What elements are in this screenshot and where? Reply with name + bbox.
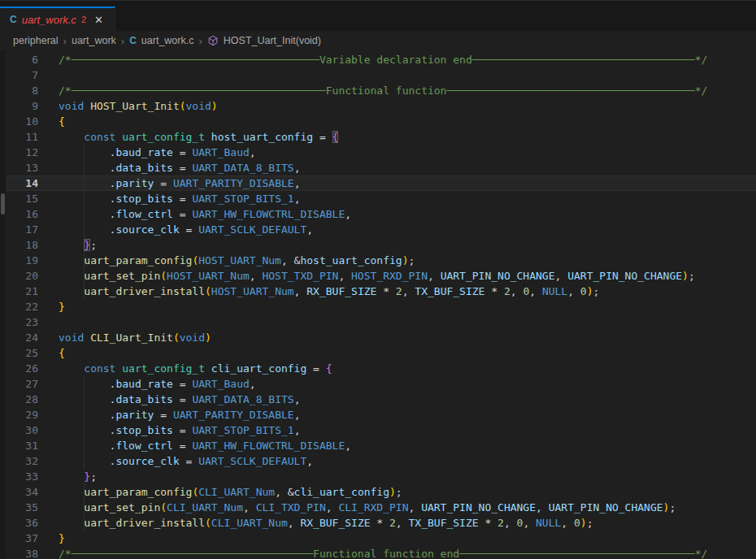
code-token: ,	[523, 517, 536, 529]
line-number[interactable]: 23	[0, 314, 38, 330]
line-number[interactable]: 7	[0, 67, 38, 83]
line-number[interactable]: 10	[0, 114, 38, 129]
line-number[interactable]: 29	[0, 407, 38, 422]
line-number[interactable]: 32	[0, 453, 38, 469]
code-line[interactable]: 20 uart_set_pin(HOST_UART_Num, HOST_TXD_…	[0, 268, 756, 284]
line-number[interactable]: 17	[0, 222, 38, 237]
code-line[interactable]: 11 const uart_config_t host_uart_config …	[0, 129, 756, 145]
code-token: baud_rate	[115, 378, 172, 390]
code-line[interactable]: 23	[0, 314, 756, 330]
code-line[interactable]: 21 uart_driver_install(HOST_UART_Num, RX…	[0, 284, 756, 299]
code-token	[59, 362, 84, 375]
line-number[interactable]: 18	[0, 237, 38, 253]
code-token: parity	[115, 177, 154, 189]
code-line[interactable]: 28 .data_bits = UART_DATA_8_BITS,	[0, 392, 756, 407]
code-line[interactable]: 32 .source_clk = UART_SCLK_DEFAULT,	[0, 453, 756, 469]
code-token: flow_ctrl	[115, 440, 172, 452]
line-number[interactable]: 35	[0, 500, 38, 515]
code-token: uart_set_pin	[84, 501, 160, 514]
code-text: .parity = UART_PARITY_DISABLE,	[59, 407, 756, 422]
indent-guide	[84, 206, 85, 223]
code-line[interactable]: 33 };	[0, 469, 756, 484]
line-number[interactable]: 36	[0, 515, 38, 531]
code-token: UART_Baud	[192, 146, 249, 158]
code-line[interactable]: 8/*─────────────────────────────────────…	[0, 83, 756, 98]
line-number[interactable]: 16	[0, 206, 38, 222]
code-text: .stop_bits = UART_STOP_BITS_1,	[59, 191, 756, 206]
code-text: const uart_config_t host_uart_config = {	[59, 129, 756, 145]
code-line[interactable]: 14 .parity = UART_PARITY_DISABLE,	[0, 176, 756, 191]
tab-uart-work[interactable]: C uart_work.c 2 ✕	[0, 6, 115, 31]
code-line[interactable]: 30 .stop_bits = UART_STOP_BITS_1,	[0, 422, 756, 438]
code-line[interactable]: 34 uart_param_config(CLI_UART_Num, &cli_…	[0, 484, 756, 500]
code-line[interactable]: 12 .baud_rate = UART_Baud,	[0, 145, 756, 160]
close-tab-icon[interactable]: ✕	[94, 14, 103, 26]
code-line[interactable]: 19 uart_param_config(HOST_UART_Num, &hos…	[0, 253, 756, 268]
line-number[interactable]: 12	[0, 145, 38, 160]
code-text: .flow_ctrl = UART_HW_FLOWCTRL_DISABLE,	[59, 206, 756, 222]
line-number[interactable]: 21	[0, 284, 38, 299]
code-line[interactable]: 31 .flow_ctrl = UART_HW_FLOWCTRL_DISABLE…	[0, 438, 756, 453]
line-number[interactable]: 27	[0, 376, 38, 392]
line-number[interactable]: 22	[0, 299, 38, 314]
code-line[interactable]: 22}	[0, 299, 756, 314]
line-number[interactable]: 20	[0, 268, 38, 284]
code-line[interactable]: 15 .stop_bits = UART_STOP_BITS_1,	[0, 191, 756, 206]
code-line[interactable]: 16 .flow_ctrl = UART_HW_FLOWCTRL_DISABLE…	[0, 206, 756, 222]
code-token: const	[84, 362, 115, 375]
breadcrumb-item-file[interactable]: uart_work.c	[141, 35, 194, 46]
code-line[interactable]: 25{	[0, 345, 756, 361]
code-token: .	[59, 378, 115, 390]
code-line[interactable]: 24void CLI_Uart_Init(void)	[0, 330, 756, 345]
line-number[interactable]: 25	[0, 345, 38, 361]
line-number[interactable]: 28	[0, 392, 38, 407]
line-number[interactable]: 38	[0, 546, 38, 559]
line-number[interactable]: 19	[0, 253, 38, 268]
code-text: .flow_ctrl = UART_HW_FLOWCTRL_DISABLE,	[59, 438, 756, 453]
line-number[interactable]: 30	[0, 422, 38, 438]
line-number[interactable]: 26	[0, 361, 38, 376]
code-line[interactable]: 13 .data_bits = UART_DATA_8_BITS,	[0, 160, 756, 176]
code-token: =	[173, 162, 192, 174]
indent-guide	[84, 375, 85, 392]
breadcrumb-item-subfolder[interactable]: uart_work	[72, 35, 116, 46]
line-number[interactable]: 14	[0, 176, 38, 190]
code-token: uart_config_t	[122, 131, 205, 143]
scrollbar-thumb[interactable]	[1, 193, 5, 214]
code-token: cli_uart_config	[294, 486, 389, 498]
indent-guide	[84, 437, 85, 454]
code-token: .	[59, 162, 115, 174]
code-line[interactable]: 29 .parity = UART_PARITY_DISABLE,	[0, 407, 756, 422]
breadcrumb-item-symbol[interactable]: HOST_Uart_Init(void)	[224, 35, 321, 46]
line-number[interactable]: 13	[0, 160, 38, 176]
line-number[interactable]: 11	[0, 129, 38, 145]
line-number[interactable]: 8	[0, 83, 38, 98]
code-token: void	[180, 332, 205, 344]
line-number[interactable]: 24	[0, 330, 38, 345]
code-editor[interactable]: 6/*─────────────────────────────────────…	[0, 50, 756, 559]
code-line[interactable]: 17 .source_clk = UART_SCLK_DEFAULT,	[0, 222, 756, 237]
code-token: UART_SCLK_DEFAULT	[198, 455, 306, 467]
code-line[interactable]: 27 .baud_rate = UART_Baud,	[0, 376, 756, 392]
code-line[interactable]: 37}	[0, 531, 756, 546]
code-line[interactable]: 7	[0, 67, 756, 83]
code-line[interactable]: 9void HOST_Uart_Init(void)	[0, 98, 756, 114]
breadcrumb-item-folder[interactable]: peripheral	[13, 35, 59, 46]
code-line[interactable]: 10{	[0, 114, 756, 129]
code-token: ───────────────────────────────────	[472, 54, 695, 66]
code-line[interactable]: 18 };	[0, 237, 756, 253]
line-number[interactable]: 9	[0, 98, 38, 114]
code-line[interactable]: 36 uart_driver_install(CLI_UART_Num, RX_…	[0, 515, 756, 531]
code-line[interactable]: 35 uart_set_pin(CLI_UART_Num, CLI_TXD_PI…	[0, 500, 756, 515]
code-token	[59, 285, 84, 297]
line-number[interactable]: 15	[0, 191, 38, 206]
line-number[interactable]: 31	[0, 438, 38, 453]
line-number[interactable]: 34	[0, 484, 38, 500]
code-line[interactable]: 26 const uart_config_t cli_uart_config =…	[0, 361, 756, 376]
code-token: UART_PARITY_DISABLE	[173, 177, 294, 189]
line-number[interactable]: 33	[0, 469, 38, 484]
code-line[interactable]: 38/*────────────────────────────────────…	[0, 546, 756, 559]
line-number[interactable]: 37	[0, 531, 38, 546]
line-number[interactable]: 6	[0, 52, 38, 67]
code-line[interactable]: 6/*─────────────────────────────────────…	[0, 52, 756, 67]
